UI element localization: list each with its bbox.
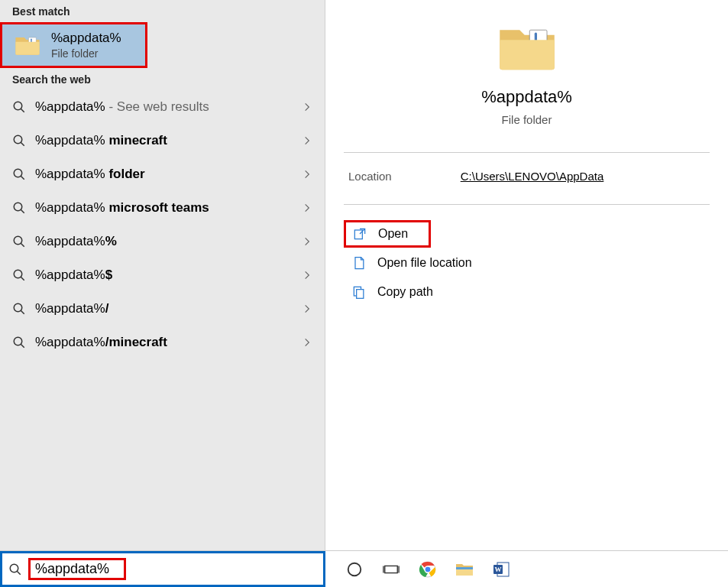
- web-result-item[interactable]: %appdata%/: [0, 292, 325, 326]
- svg-line-24: [17, 571, 21, 575]
- search-icon: [12, 235, 26, 248]
- preview-panel: %appdata% File folder Location C:\Users\…: [325, 0, 728, 550]
- open-label: Open: [378, 227, 408, 241]
- preview-title: %appdata%: [481, 87, 572, 107]
- chevron-right-icon: [302, 169, 312, 180]
- svg-line-11: [21, 243, 24, 247]
- svg-point-2: [14, 102, 22, 110]
- svg-line-15: [21, 310, 24, 314]
- chevron-right-icon: [302, 135, 312, 146]
- chrome-icon[interactable]: [419, 560, 437, 579]
- location-row: Location C:\Users\LENOVO\AppData: [325, 164, 728, 196]
- web-result-label: %appdata%/minecraft: [35, 335, 302, 350]
- folder-icon: [15, 34, 40, 57]
- web-result-label: %appdata%%: [35, 234, 302, 249]
- search-icon: [12, 336, 26, 349]
- svg-line-5: [21, 142, 24, 146]
- web-result-label: %appdata%/: [35, 301, 302, 316]
- svg-line-9: [21, 209, 24, 213]
- location-label: Location: [348, 170, 392, 183]
- svg-point-4: [14, 135, 22, 144]
- best-match-header: Best match: [0, 0, 325, 22]
- divider: [344, 152, 710, 153]
- word-icon[interactable]: W: [492, 560, 510, 579]
- svg-line-13: [21, 277, 24, 281]
- chevron-right-icon: [302, 236, 312, 247]
- svg-rect-32: [456, 567, 473, 569]
- search-icon: [12, 302, 26, 316]
- search-icon: [12, 268, 26, 282]
- svg-point-8: [14, 203, 22, 211]
- svg-line-7: [21, 176, 24, 180]
- svg-point-25: [348, 563, 361, 576]
- file-location-icon: [351, 255, 367, 271]
- search-icon: [8, 563, 22, 576]
- web-result-label: %appdata% - See web results: [35, 99, 302, 115]
- web-result-item[interactable]: %appdata% - See web results: [0, 90, 325, 124]
- web-results-list: %appdata% - See web results%appdata% min…: [0, 90, 325, 359]
- web-result-item[interactable]: %appdata% folder: [0, 157, 325, 191]
- web-result-label: %appdata% microsoft teams: [35, 200, 302, 216]
- web-result-item[interactable]: %appdata%/minecraft: [0, 326, 325, 359]
- taskbar: W: [0, 550, 728, 587]
- svg-rect-26: [385, 566, 398, 572]
- search-icon: [12, 100, 26, 114]
- open-icon: [352, 226, 367, 242]
- best-match-name: %appdata%: [51, 31, 121, 46]
- taskbar-search-box[interactable]: [0, 551, 325, 587]
- open-file-location-action[interactable]: Open file location: [344, 249, 710, 277]
- svg-rect-20: [354, 230, 362, 239]
- task-view-icon[interactable]: [382, 560, 400, 579]
- chevron-right-icon: [302, 203, 312, 213]
- open-action[interactable]: Open: [344, 220, 431, 248]
- copy-path-label: Copy path: [377, 285, 433, 299]
- svg-point-6: [14, 169, 22, 177]
- search-input[interactable]: [35, 561, 119, 577]
- cortana-icon[interactable]: [345, 560, 364, 579]
- copy-path-action[interactable]: Copy path: [344, 278, 710, 306]
- chevron-right-icon: [302, 337, 312, 348]
- svg-line-17: [21, 344, 24, 348]
- web-result-item[interactable]: %appdata% microsoft teams: [0, 191, 325, 225]
- web-result-item[interactable]: %appdata%%: [0, 225, 325, 258]
- divider: [344, 204, 710, 205]
- folder-icon: [497, 21, 557, 73]
- web-result-label: %appdata%$: [35, 268, 302, 283]
- chevron-right-icon: [302, 270, 312, 281]
- location-path[interactable]: C:\Users\LENOVO\AppData: [461, 170, 604, 183]
- search-icon: [12, 201, 26, 215]
- svg-point-23: [10, 564, 18, 572]
- open-file-location-label: Open file location: [377, 256, 472, 270]
- svg-point-14: [14, 303, 22, 312]
- svg-point-16: [14, 337, 22, 345]
- web-result-item[interactable]: %appdata%$: [0, 258, 325, 292]
- svg-line-3: [21, 109, 24, 112]
- file-explorer-icon[interactable]: [455, 560, 474, 579]
- best-match-subtitle: File folder: [51, 47, 121, 60]
- svg-rect-22: [357, 290, 364, 299]
- preview-subtitle: File folder: [502, 113, 552, 126]
- svg-text:W: W: [495, 566, 502, 573]
- search-web-header: Search the web: [0, 68, 325, 90]
- search-icon: [12, 167, 26, 181]
- svg-point-10: [14, 236, 22, 245]
- web-result-label: %appdata% minecraft: [35, 133, 302, 148]
- chevron-right-icon: [302, 102, 312, 112]
- web-result-label: %appdata% folder: [35, 167, 302, 182]
- search-icon: [12, 134, 26, 148]
- web-result-item[interactable]: %appdata% minecraft: [0, 124, 325, 157]
- best-match-result[interactable]: %appdata% File folder: [0, 22, 147, 68]
- copy-icon: [351, 284, 367, 300]
- search-results-panel: Best match %appdata% File folder Search …: [0, 0, 325, 550]
- chevron-right-icon: [302, 303, 312, 314]
- svg-point-12: [14, 270, 22, 278]
